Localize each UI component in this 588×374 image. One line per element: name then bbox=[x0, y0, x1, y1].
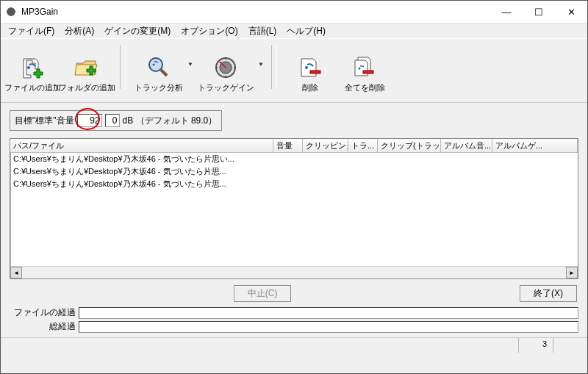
music-file-remove-icon bbox=[297, 54, 323, 81]
column-headers: パス/ファイル 音量 クリッピング トラ... クリップ(トラッ... アルバム… bbox=[10, 139, 578, 153]
progress-area: ファイルの経過 総経過 bbox=[1, 305, 587, 337]
total-progress-label: 総経過 bbox=[10, 320, 76, 333]
target-decimal-input[interactable] bbox=[105, 114, 120, 127]
file-rows: C:¥Users¥ちまりん¥Desktop¥乃木坂46 - 気づいたら片思い..… bbox=[10, 153, 578, 266]
window-title: MP3Gain bbox=[21, 7, 490, 17]
total-progress-bar bbox=[79, 321, 578, 333]
delete-button[interactable]: 削除 bbox=[284, 42, 336, 95]
button-row: 中止(C) 終了(X) bbox=[1, 279, 587, 305]
close-button[interactable]: ✕ bbox=[555, 1, 587, 23]
svg-point-0 bbox=[27, 66, 30, 69]
menu-options[interactable]: オプション(O) bbox=[176, 24, 242, 39]
col-path[interactable]: パス/ファイル bbox=[10, 139, 273, 152]
menu-help[interactable]: ヘルプ(H) bbox=[282, 24, 330, 39]
scroll-track[interactable] bbox=[22, 267, 566, 278]
target-unit-label: dB （デフォルト 89.0） bbox=[123, 115, 218, 127]
maximize-button[interactable]: ☐ bbox=[523, 1, 555, 23]
list-item[interactable]: C:¥Users¥ちまりん¥Desktop¥乃木坂46 - 気づいたら片思... bbox=[10, 178, 578, 190]
app-icon bbox=[5, 6, 17, 18]
delete-all-button[interactable]: 全てを削除 bbox=[339, 42, 390, 95]
track-analysis-label: トラック分析 bbox=[135, 82, 183, 93]
svg-point-2 bbox=[153, 64, 155, 66]
folder-add-icon bbox=[74, 54, 100, 81]
svg-rect-8 bbox=[363, 71, 373, 73]
file-progress-label: ファイルの経過 bbox=[10, 306, 76, 319]
svg-point-7 bbox=[359, 68, 361, 70]
add-file-button[interactable]: ファイルの追加 bbox=[7, 42, 58, 95]
file-progress-bar bbox=[79, 307, 578, 319]
toolbar-separator-2 bbox=[271, 45, 277, 89]
resize-grip[interactable] bbox=[553, 338, 587, 353]
status-bar: 3 bbox=[1, 337, 587, 353]
track-analysis-dropdown[interactable]: ▼ bbox=[187, 42, 193, 86]
exit-button[interactable]: 終了(X) bbox=[520, 285, 577, 302]
target-label: 目標"標準"音量 bbox=[15, 115, 74, 127]
minimize-button[interactable]: — bbox=[490, 1, 523, 23]
col-album-vol[interactable]: アルバム音... bbox=[441, 139, 492, 152]
col-volume[interactable]: 音量 bbox=[273, 139, 303, 152]
svg-rect-6 bbox=[310, 71, 320, 73]
track-analysis-button[interactable]: トラック分析 bbox=[133, 42, 184, 95]
add-folder-label: フォルダの追加 bbox=[59, 82, 115, 93]
target-volume-row: 目標"標準"音量 dB （デフォルト 89.0） bbox=[1, 103, 587, 138]
status-spacer bbox=[1, 338, 518, 353]
toolbar-separator bbox=[120, 45, 126, 89]
add-file-label: ファイルの追加 bbox=[4, 82, 61, 93]
horizontal-scrollbar[interactable]: ◄ ► bbox=[10, 266, 578, 278]
menu-language[interactable]: 言語(L) bbox=[244, 24, 282, 39]
scroll-right-arrow[interactable]: ► bbox=[566, 267, 578, 278]
svg-point-1 bbox=[149, 58, 162, 71]
track-gain-dropdown[interactable]: ▼ bbox=[258, 42, 264, 86]
menu-gain[interactable]: ゲインの変更(M) bbox=[100, 24, 175, 39]
svg-point-5 bbox=[305, 66, 308, 69]
list-item[interactable]: C:¥Users¥ちまりん¥Desktop¥乃木坂46 - 気づいたら片思い..… bbox=[10, 153, 578, 165]
delete-all-label: 全てを削除 bbox=[345, 82, 385, 93]
track-gain-label: トラックゲイン bbox=[198, 82, 254, 93]
magnifier-music-icon bbox=[146, 54, 172, 81]
col-album-gain[interactable]: アルバムゲ... bbox=[492, 139, 578, 152]
delete-label: 削除 bbox=[302, 82, 318, 93]
app-window: MP3Gain — ☐ ✕ ファイル(F) 分析(A) ゲインの変更(M) オプ… bbox=[0, 0, 588, 374]
scroll-left-arrow[interactable]: ◄ bbox=[10, 267, 22, 278]
list-item[interactable]: C:¥Users¥ちまりん¥Desktop¥乃木坂46 - 気づいたら片思... bbox=[10, 165, 578, 178]
status-count: 3 bbox=[518, 338, 553, 353]
target-volume-box: 目標"標準"音量 dB （デフォルト 89.0） bbox=[10, 110, 222, 131]
col-clipping[interactable]: クリッピング bbox=[303, 139, 348, 152]
toolbar: ファイルの追加 フォルダの追加 トラック分析 ▼ トラックゲイン ▼ 削除 全て… bbox=[1, 39, 587, 103]
track-gain-button[interactable]: トラックゲイン bbox=[196, 42, 255, 95]
target-volume-input[interactable] bbox=[77, 114, 102, 127]
menu-file[interactable]: ファイル(F) bbox=[4, 24, 59, 39]
music-file-add-icon bbox=[19, 54, 46, 81]
dial-icon bbox=[212, 54, 239, 81]
col-clip-track[interactable]: クリップ(トラッ... bbox=[378, 139, 441, 152]
titlebar: MP3Gain — ☐ ✕ bbox=[1, 1, 587, 24]
menu-analysis[interactable]: 分析(A) bbox=[60, 24, 98, 39]
menubar: ファイル(F) 分析(A) ゲインの変更(M) オプション(O) 言語(L) ヘ… bbox=[1, 24, 587, 39]
music-files-remove-icon bbox=[351, 54, 378, 81]
file-list: パス/ファイル 音量 クリッピング トラ... クリップ(トラッ... アルバム… bbox=[10, 138, 578, 279]
add-folder-button[interactable]: フォルダの追加 bbox=[61, 42, 112, 95]
col-track[interactable]: トラ... bbox=[348, 139, 378, 152]
cancel-button[interactable]: 中止(C) bbox=[234, 285, 292, 302]
